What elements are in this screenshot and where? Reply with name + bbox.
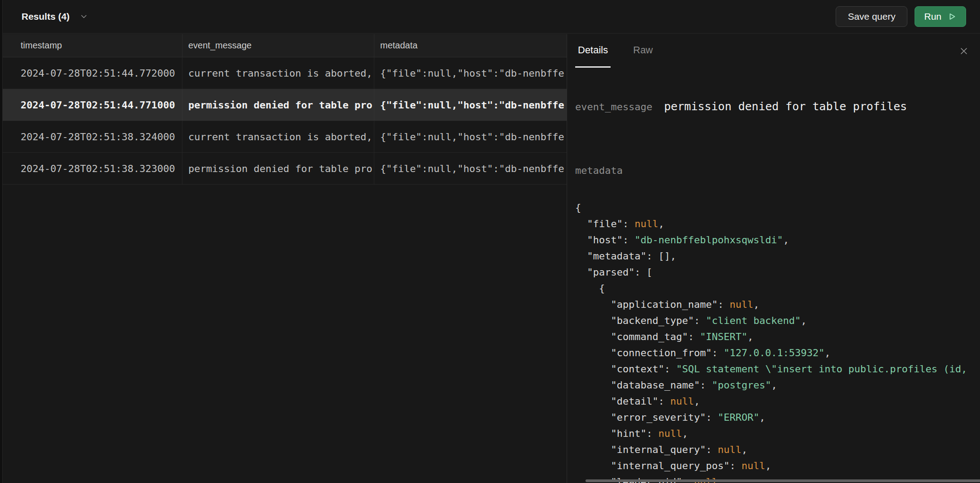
play-icon bbox=[947, 12, 957, 22]
metadata-json-viewer[interactable]: { "file": null, "host": "db-nenbffeblpoh… bbox=[575, 200, 980, 483]
results-dropdown[interactable]: Results (4) bbox=[22, 11, 88, 22]
cell-metadata: {"file":null,"host":"db-nenbffe bbox=[374, 153, 567, 184]
log-explorer-screen: Results (4) Save query Run timestampeven… bbox=[0, 0, 980, 483]
json-line: "hint": null, bbox=[575, 426, 980, 442]
toolbar-actions: Save query Run bbox=[836, 6, 966, 27]
cell-event_message: permission denied for table pro bbox=[182, 153, 374, 184]
json-line: "connection_from": "127.0.0.1:53932", bbox=[575, 345, 980, 361]
cell-event_message: current transaction is aborted, bbox=[182, 57, 374, 89]
cell-timestamp: 2024-07-28T02:51:38.324000 bbox=[0, 121, 182, 152]
json-line: "file": null, bbox=[575, 216, 980, 232]
json-line: "metadata": [], bbox=[575, 248, 980, 264]
event-message-row: event_message permission denied for tabl… bbox=[575, 100, 980, 113]
column-header-timestamp[interactable]: timestamp bbox=[0, 34, 182, 57]
cell-timestamp: 2024-07-28T02:51:44.771000 bbox=[0, 89, 182, 121]
log-details-panel: DetailsRaw event_message permission deni… bbox=[567, 34, 980, 483]
results-table: timestampevent_messagemetadata 2024-07-2… bbox=[0, 34, 567, 483]
column-header-event_message[interactable]: event_message bbox=[182, 34, 374, 57]
json-line: "error_severity": "ERROR", bbox=[575, 410, 980, 426]
chevron-down-icon bbox=[79, 12, 88, 21]
event-message-label: event_message bbox=[575, 101, 652, 112]
details-panel-body: event_message permission denied for tabl… bbox=[567, 68, 980, 483]
json-line: "internal_query_pos": null, bbox=[575, 458, 980, 474]
cell-metadata: {"file":null,"host":"db-nenbffe bbox=[374, 121, 567, 152]
horizontal-scrollbar[interactable] bbox=[585, 479, 980, 482]
table-row[interactable]: 2024-07-28T02:51:38.323000permission den… bbox=[0, 153, 567, 185]
left-gutter bbox=[0, 0, 3, 483]
json-line: "host": "db-nenbffeblpohxsqwsldi", bbox=[575, 232, 980, 248]
table-body: 2024-07-28T02:51:44.772000current transa… bbox=[0, 57, 567, 185]
json-line: { bbox=[575, 200, 980, 216]
json-line: "internal_query": null, bbox=[575, 442, 980, 458]
column-header-metadata[interactable]: metadata bbox=[374, 34, 567, 57]
cell-event_message: permission denied for table pro bbox=[182, 89, 374, 121]
json-line: "application_name": null, bbox=[575, 297, 980, 313]
table-row[interactable]: 2024-07-28T02:51:44.772000current transa… bbox=[0, 57, 567, 89]
results-toolbar: Results (4) Save query Run bbox=[0, 0, 980, 34]
json-line: "command_tag": "INSERT", bbox=[575, 329, 980, 345]
table-header-row: timestampevent_messagemetadata bbox=[0, 34, 567, 57]
metadata-label: metadata bbox=[575, 165, 980, 176]
close-button[interactable] bbox=[958, 46, 969, 56]
tab-raw[interactable]: Raw bbox=[630, 34, 655, 68]
json-line: "detail": null, bbox=[575, 393, 980, 410]
event-message-value: permission denied for table profiles bbox=[664, 100, 907, 113]
cell-metadata: {"file":null,"host":"db-nenbffe bbox=[374, 89, 567, 121]
table-row[interactable]: 2024-07-28T02:51:38.324000current transa… bbox=[0, 121, 567, 153]
json-line: { bbox=[575, 280, 980, 297]
save-query-button[interactable]: Save query bbox=[836, 6, 907, 27]
json-line: "parsed": [ bbox=[575, 264, 980, 280]
close-icon bbox=[958, 46, 969, 56]
run-button-label: Run bbox=[924, 11, 941, 22]
cell-timestamp: 2024-07-28T02:51:38.323000 bbox=[0, 153, 182, 184]
run-button[interactable]: Run bbox=[915, 6, 966, 27]
cell-metadata: {"file":null,"host":"db-nenbffe bbox=[374, 57, 567, 89]
json-line: "database_name": "postgres", bbox=[575, 377, 980, 393]
json-line: "context": "SQL statement \"insert into … bbox=[575, 361, 980, 377]
details-tabbar: DetailsRaw bbox=[567, 34, 980, 68]
cell-event_message: current transaction is aborted, bbox=[182, 121, 374, 152]
json-line: "backend_type": "client backend", bbox=[575, 313, 980, 329]
tab-details[interactable]: Details bbox=[575, 34, 611, 68]
results-count-label: Results (4) bbox=[22, 11, 69, 22]
cell-timestamp: 2024-07-28T02:51:44.772000 bbox=[0, 57, 182, 89]
table-row[interactable]: 2024-07-28T02:51:44.771000permission den… bbox=[0, 89, 567, 121]
